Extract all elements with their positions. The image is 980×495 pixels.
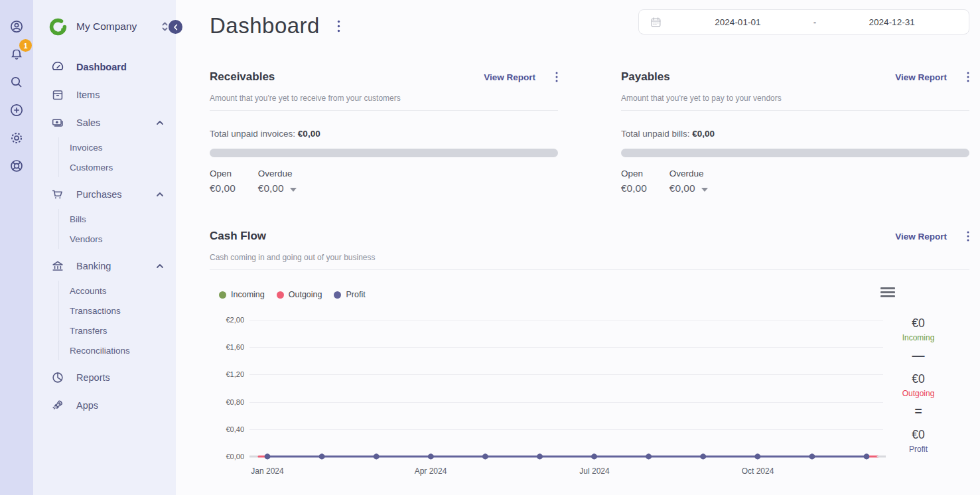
outgoing-dot-icon [277, 291, 284, 299]
overdue-dropdown-caret-icon[interactable] [701, 188, 708, 192]
help-ring-icon[interactable] [7, 157, 26, 175]
icon-rail: 1 [0, 0, 33, 495]
plus-circle-icon[interactable] [7, 101, 26, 119]
chevron-up-icon [156, 262, 164, 270]
sidebar: My Company Dashboard [33, 0, 176, 495]
receivables-title: Receivables [210, 70, 484, 84]
sidebar-item-transactions[interactable]: Transactions [70, 301, 176, 320]
x-tick-label: Oct 2024 [728, 466, 788, 476]
cashflow-kebab-menu-icon[interactable] [967, 231, 969, 242]
incoming-label: Incoming [882, 333, 955, 342]
incoming-total: €0 [882, 317, 955, 330]
sidebar-item-bills[interactable]: Bills [70, 209, 176, 229]
user-icon[interactable] [7, 17, 26, 36]
receivables-subtitle: Amount that you're yet to receive from y… [210, 94, 558, 103]
receivables-view-report-link[interactable]: View Report [484, 72, 535, 82]
legend-item-profit[interactable]: Profit [334, 290, 365, 299]
x-tick-label: Jul 2024 [565, 466, 624, 476]
sidebar-item-reconciliations[interactable]: Reconciliations [70, 340, 176, 360]
dashboard-gauge-icon [50, 60, 65, 74]
y-tick-label: €2,00 [210, 316, 244, 324]
sidebar-item-apps[interactable]: Apps [33, 391, 176, 419]
cashflow-card: Cash Flow View Report Cash coming in and… [210, 230, 969, 495]
receivables-overdue-stat: Overdue €0,00 [258, 169, 297, 194]
payables-progress-bar[interactable] [621, 149, 969, 157]
overdue-dropdown-caret-icon[interactable] [290, 188, 297, 192]
page-kebab-menu-icon[interactable] [337, 20, 340, 33]
y-tick-label: €0,80 [210, 398, 244, 406]
divider [621, 110, 969, 111]
profit-total: €0 [882, 428, 955, 442]
profit-dot-icon [334, 291, 341, 299]
sidebar-item-banking[interactable]: Banking [33, 252, 176, 280]
sidebar-item-accounts[interactable]: Accounts [70, 281, 176, 301]
chevron-up-icon [156, 119, 164, 127]
legend-item-incoming[interactable]: Incoming [219, 290, 265, 299]
payables-overdue-stat: Overdue €0,00 [669, 169, 708, 194]
payables-card: Payables View Report Amount that you're … [621, 70, 969, 194]
chart-menu-hamburger-icon[interactable] [880, 287, 895, 299]
gridline [249, 374, 883, 375]
apps-rocket-icon [50, 398, 65, 413]
payables-kebab-menu-icon[interactable] [967, 72, 969, 82]
content-header: Dashboard 2024-01-01 - 2024-12-31 [210, 9, 969, 53]
notifications-bell-icon[interactable]: 1 [7, 45, 26, 64]
receivables-progress-bar[interactable] [210, 149, 558, 157]
gear-icon[interactable] [7, 129, 26, 147]
incoming-dot-icon [219, 291, 226, 299]
y-tick-label: €1,60 [210, 343, 244, 351]
cashflow-title: Cash Flow [210, 230, 895, 243]
gridline [249, 402, 883, 403]
items-box-icon [50, 88, 65, 102]
sidebar-item-items[interactable]: Items [33, 81, 176, 109]
sidebar-collapse-button[interactable] [169, 20, 182, 34]
y-tick-label: €0,00 [210, 453, 244, 460]
sidebar-item-invoices[interactable]: Invoices [70, 137, 176, 157]
receivables-card: Receivables View Report Amount that you'… [210, 70, 558, 194]
gridline [249, 429, 883, 430]
sales-submenu: Invoices Customers [58, 137, 176, 177]
equals-operator: = [882, 404, 955, 419]
company-logo-icon [49, 18, 67, 36]
profit-label: Profit [882, 445, 955, 454]
x-tick-label: Jan 2024 [238, 466, 297, 476]
legend-item-outgoing[interactable]: Outgoing [277, 290, 322, 299]
calendar-icon [650, 16, 662, 29]
sidebar-item-dashboard[interactable]: Dashboard [33, 53, 176, 81]
sidebar-item-sales[interactable]: Sales [33, 109, 176, 137]
cashflow-view-report-link[interactable]: View Report [895, 232, 947, 242]
purchases-cart-icon [50, 187, 65, 202]
reports-pie-icon [50, 370, 65, 385]
payables-total: Total unpaid bills: €0,00 [621, 129, 969, 139]
outgoing-label: Outgoing [882, 389, 955, 398]
payables-open-stat: Open €0,00 [621, 169, 647, 194]
page-title: Dashboard [210, 13, 320, 38]
gridline [249, 347, 883, 348]
main-content: Dashboard 2024-01-01 - 2024-12-31 [176, 0, 980, 495]
sales-banknote-icon [50, 115, 65, 130]
company-switcher[interactable]: My Company [33, 0, 176, 53]
date-start-input[interactable]: 2024-01-01 [665, 17, 811, 27]
date-end-input[interactable]: 2024-12-31 [819, 17, 965, 27]
y-tick-label: €0,40 [210, 425, 244, 433]
x-tick-label: Apr 2024 [401, 466, 460, 476]
outgoing-total: €0 [882, 372, 955, 386]
payables-view-report-link[interactable]: View Report [895, 72, 947, 82]
cashflow-chart: Incoming Outgoing Profit €2,00 €1,60 €1,… [210, 270, 969, 495]
receivables-total: Total unpaid invoices: €0,00 [210, 129, 558, 139]
cashflow-series-line [249, 450, 886, 463]
banking-bank-icon [50, 259, 65, 273]
receivables-open-stat: Open €0,00 [210, 169, 236, 194]
search-icon[interactable] [7, 73, 26, 92]
receivables-kebab-menu-icon[interactable] [555, 72, 558, 82]
sidebar-item-customers[interactable]: Customers [70, 157, 176, 177]
notification-badge: 1 [19, 39, 32, 52]
payables-subtitle: Amount that you're yet to pay to your ve… [621, 94, 969, 103]
sidebar-item-purchases[interactable]: Purchases [33, 180, 176, 208]
cashflow-summary: €0 Incoming — €0 Outgoing = €0 Profit [882, 311, 955, 470]
chevron-up-icon [156, 190, 164, 198]
sidebar-item-reports[interactable]: Reports [33, 364, 176, 391]
date-range-picker[interactable]: 2024-01-01 - 2024-12-31 [638, 9, 969, 35]
sidebar-item-vendors[interactable]: Vendors [70, 229, 176, 249]
sidebar-item-transfers[interactable]: Transfers [70, 320, 176, 340]
